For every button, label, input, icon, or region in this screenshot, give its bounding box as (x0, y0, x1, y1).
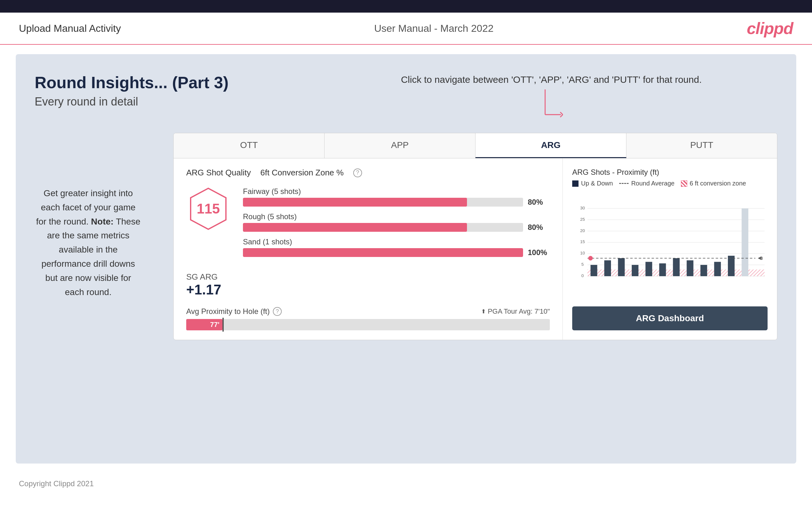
chart-title: ARG Shots - Proximity (ft) (572, 168, 659, 177)
shot-row: Fairway (5 shots) 80% (243, 187, 550, 207)
copyright-text: Copyright Clippd 2021 (19, 479, 94, 488)
proximity-label-text: Avg Proximity to Hole (ft) (186, 307, 270, 316)
proximity-bar-container: 77' (186, 319, 550, 330)
svg-rect-23 (618, 258, 624, 276)
svg-rect-31 (728, 256, 734, 276)
legend-hatch-icon (681, 180, 687, 187)
footer: Copyright Clippd 2021 (0, 473, 812, 494)
bar-pct: 80% (528, 223, 550, 232)
left-panel: ARG Shot Quality 6ft Conversion Zone % ?… (173, 158, 563, 340)
bar-container (243, 248, 523, 257)
proximity-tour-text: PGA Tour Avg: 7'10" (488, 307, 550, 316)
shot-quality-section: Fairway (5 shots) 80% Rough (5 shots) 80… (243, 187, 550, 263)
legend-item-updown: Up & Down (572, 180, 613, 187)
chart-svg: 0 5 10 15 20 25 30 (572, 193, 768, 282)
tabs-row: OTT APP ARG PUTT (173, 133, 777, 158)
proximity-help-icon[interactable]: ? (273, 307, 282, 316)
svg-rect-29 (701, 265, 707, 276)
main-content: Round Insights... (Part 3) Every round i… (16, 54, 796, 463)
legend-item-round-avg: Round Average (619, 180, 675, 187)
proximity-cursor (222, 318, 224, 332)
svg-rect-21 (591, 265, 597, 276)
hex-score-row: 115 Fairway (5 shots) 80% Rough (5 shots… (186, 187, 550, 263)
side-description: Get greater insight into each facet of y… (35, 186, 142, 299)
arg-dashboard-button[interactable]: ARG Dashboard (572, 306, 768, 330)
shot-label: Rough (5 shots) (243, 212, 550, 221)
card-body: ARG Shot Quality 6ft Conversion Zone % ?… (173, 158, 777, 340)
panel-header-label: ARG Shot Quality (186, 168, 251, 178)
svg-rect-27 (673, 258, 680, 276)
svg-text:10: 10 (580, 251, 585, 256)
shot-row: Sand (1 shots) 100% (243, 237, 550, 257)
proximity-bar-fill: 77' (186, 319, 222, 330)
shot-row: Rough (5 shots) 80% (243, 212, 550, 232)
hexagon: 115 (189, 187, 227, 230)
top-bar (0, 0, 812, 13)
proximity-tour: ⬆ PGA Tour Avg: 7'10" (481, 307, 550, 316)
chart-header: ARG Shots - Proximity (ft) Up & Down Rou… (572, 168, 768, 187)
right-panel: ARG Shots - Proximity (ft) Up & Down Rou… (563, 158, 777, 340)
shot-label: Sand (1 shots) (243, 237, 550, 246)
bar-fill (243, 198, 467, 207)
svg-text:5: 5 (581, 262, 584, 267)
sg-section: SG ARG +1.17 (186, 272, 550, 297)
nav-arrow-icon (536, 90, 567, 127)
nav-hint-text: Click to navigate between 'OTT', 'APP', … (401, 73, 702, 86)
svg-marker-36 (758, 257, 761, 260)
legend-conversion-label: 6 ft conversion zone (690, 180, 746, 187)
chart-area: 0 5 10 15 20 25 30 (572, 193, 768, 300)
center-label: User Manual - March 2022 (374, 23, 494, 34)
tab-ott[interactable]: OTT (173, 133, 324, 158)
svg-text:20: 20 (580, 228, 585, 233)
svg-text:0: 0 (581, 273, 584, 278)
proximity-header: Avg Proximity to Hole (ft) ? ⬆ PGA Tour … (186, 307, 550, 316)
nav-hint: Click to navigate between 'OTT', 'APP', … (401, 73, 702, 128)
bar-row: 80% (243, 198, 550, 207)
legend-round-avg-label: Round Average (631, 180, 675, 187)
legend-square-icon (572, 180, 578, 187)
legend-dashed-icon (619, 183, 628, 184)
logo: clippd (747, 19, 793, 38)
proximity-section: Avg Proximity to Hole (ft) ? ⬆ PGA Tour … (186, 307, 550, 330)
panel-header: ARG Shot Quality 6ft Conversion Zone % ? (186, 168, 550, 178)
hexagon-container: 115 (186, 187, 230, 230)
tab-arg[interactable]: ARG (475, 133, 626, 158)
shot-rows: Fairway (5 shots) 80% Rough (5 shots) 80… (243, 187, 550, 257)
svg-rect-26 (659, 263, 666, 276)
svg-point-34 (588, 256, 593, 261)
bar-pct: 80% (528, 198, 550, 207)
proximity-label: Avg Proximity to Hole (ft) ? (186, 307, 282, 316)
tab-putt[interactable]: PUTT (626, 133, 777, 158)
svg-rect-32 (742, 209, 748, 276)
bar-container (243, 198, 523, 207)
shot-label: Fairway (5 shots) (243, 187, 550, 196)
header: Upload Manual Activity User Manual - Mar… (0, 13, 812, 45)
chart-legend: Up & Down Round Average 6 ft conversion … (572, 180, 746, 187)
tour-marker-icon: ⬆ (481, 308, 486, 315)
proximity-bar-text: 77' (210, 321, 220, 329)
svg-text:25: 25 (580, 217, 585, 222)
svg-rect-24 (632, 265, 639, 276)
svg-text:15: 15 (580, 239, 585, 244)
bar-row: 100% (243, 248, 550, 257)
bar-row: 80% (243, 223, 550, 232)
svg-rect-30 (714, 262, 721, 277)
bar-container (243, 223, 523, 232)
bar-fill (243, 223, 467, 232)
legend-updown-label: Up & Down (581, 180, 613, 187)
svg-rect-25 (646, 262, 652, 277)
svg-rect-28 (687, 261, 693, 276)
sg-value: +1.17 (186, 282, 550, 297)
tab-app[interactable]: APP (324, 133, 475, 158)
legend-item-conversion: 6 ft conversion zone (681, 180, 746, 187)
help-icon[interactable]: ? (353, 168, 362, 177)
upload-label: Upload Manual Activity (19, 23, 121, 34)
hex-number: 115 (197, 201, 220, 217)
dashboard-card: OTT APP ARG PUTT ARG Shot Quality 6ft Co… (173, 133, 777, 340)
svg-text:30: 30 (580, 206, 585, 210)
bar-pct: 100% (528, 248, 550, 257)
bar-fill (243, 248, 523, 257)
panel-header-value: 6ft Conversion Zone % (260, 168, 344, 178)
sg-label: SG ARG (186, 272, 550, 282)
svg-rect-22 (604, 261, 611, 276)
